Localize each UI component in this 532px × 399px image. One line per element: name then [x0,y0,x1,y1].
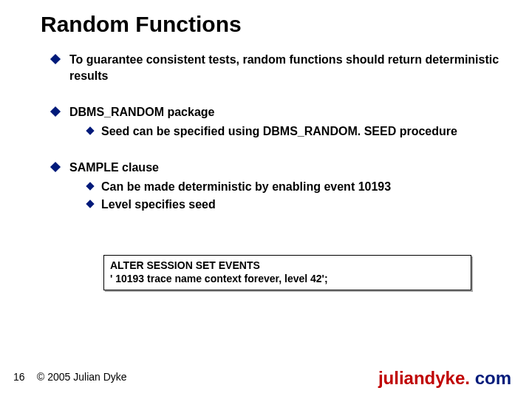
page-number: 16 [13,371,25,383]
bullet-3-text: SAMPLE clause [69,160,502,176]
bullet-3-sub-2-text: Level specifies seed [101,197,216,213]
slide-title: Random Functions [41,12,242,37]
bullet-2-sub-1: Seed can be specified using DBMS_RANDOM.… [87,123,502,140]
code-box: ALTER SESSION SET EVENTS ' 10193 trace n… [103,255,471,290]
content-area: To guarantee consistent tests, random fu… [52,52,502,212]
diamond-icon [50,54,61,64]
bullet-2-sub-1-text: Seed can be specified using DBMS_RANDOM.… [101,123,457,140]
diamond-icon [86,126,94,134]
copyright: © 2005 Julian Dyke [37,371,127,383]
site-url: juliandyke. com [378,368,511,389]
bullet-2-text: DBMS_RANDOM package [69,104,502,120]
bullet-1: To guarantee consistent tests, random fu… [52,52,502,83]
code-line-2: ' 10193 trace name context forever, leve… [110,272,465,285]
bullet-3-sub-2: Level specifies seed [87,197,502,213]
site-tld: com [470,368,511,388]
bullet-2: DBMS_RANDOM package Seed can be specifie… [52,104,502,139]
diamond-icon [86,200,94,208]
bullet-3-sub-1: Can be made deterministic by enabling ev… [87,179,502,195]
diamond-icon [50,106,61,117]
code-line-1: ALTER SESSION SET EVENTS [110,259,465,272]
diamond-icon [86,182,94,190]
bullet-1-text: To guarantee consistent tests, random fu… [69,52,502,83]
bullet-3-sub-1-text: Can be made deterministic by enabling ev… [101,179,391,195]
diamond-icon [50,162,61,172]
bullet-3: SAMPLE clause Can be made deterministic … [52,160,502,212]
site-name: juliandyke. [378,368,470,388]
